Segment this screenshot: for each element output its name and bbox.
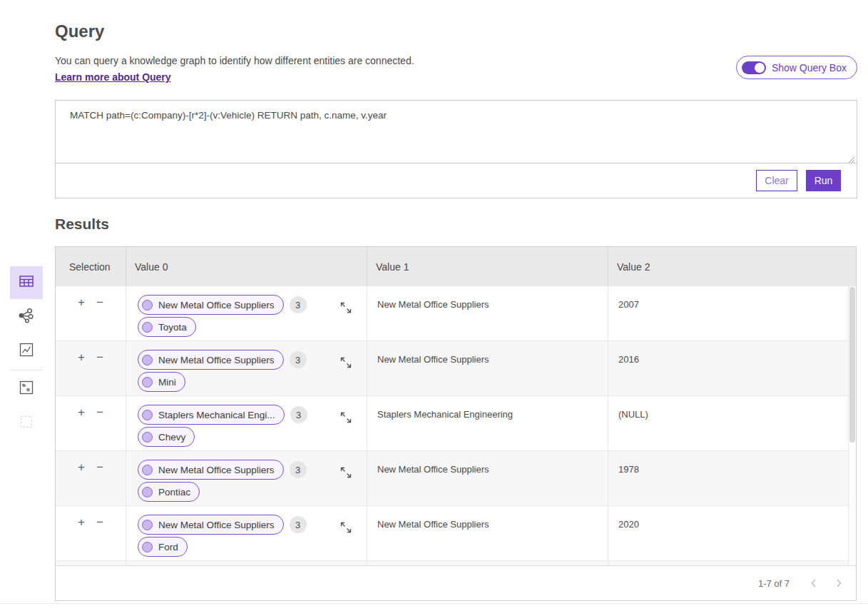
page-description: You can query a knowledge graph to ident… — [55, 55, 414, 66]
previous-page-button[interactable] — [808, 577, 820, 589]
page-bottom-divider — [0, 603, 868, 604]
value1-cell: New Metal Office Suppliers — [367, 451, 608, 505]
entity-pill[interactable]: New Metal Office Suppliers — [138, 350, 284, 370]
column-header-selection: Selection — [56, 247, 126, 286]
entity-dot-icon — [142, 487, 153, 498]
entity-dot-icon — [142, 542, 153, 552]
column-header-value1: Value 1 — [367, 247, 608, 286]
toggle-knob — [755, 63, 765, 73]
entity-pill-label: New Metal Office Suppliers — [158, 300, 275, 310]
entity-dot-icon — [142, 520, 153, 530]
scrollbar-thumb[interactable] — [849, 287, 855, 443]
sidebar-item-chart-view[interactable] — [10, 335, 43, 368]
value1-cell: New Metal Office Suppliers — [367, 341, 608, 395]
learn-more-link[interactable]: Learn more about Query — [55, 71, 171, 83]
link-chart-icon — [18, 307, 35, 327]
table-header: Selection Value 0 Value 1 Value 2 — [56, 247, 856, 286]
table-row: + − Staplers Mechanical Engi... 3 — [56, 396, 856, 451]
path-count-badge: 3 — [290, 351, 307, 368]
path-count-badge: 3 — [290, 461, 307, 478]
entity-dot-icon — [142, 355, 153, 365]
value1-cell: New Metal Office Suppliers — [367, 506, 608, 560]
entity-dot-icon — [142, 432, 153, 443]
entity-pill[interactable]: New Metal Office Suppliers — [138, 515, 284, 535]
value1-cell: Staplers Mechanical Engineering — [367, 396, 608, 450]
query-page: Query You can query a knowledge graph to… — [0, 0, 868, 611]
remove-from-selection-button[interactable]: − — [95, 350, 105, 365]
query-textarea[interactable]: MATCH path=(c:Company)-[r*2]-(v:Vehicle)… — [56, 101, 857, 163]
add-to-selection-button[interactable]: + — [76, 460, 86, 475]
entity-pill[interactable]: New Metal Office Suppliers — [138, 460, 284, 480]
table-view-icon — [19, 273, 34, 292]
chart-view-icon — [19, 342, 34, 360]
entity-pill[interactable]: Toyota — [138, 317, 196, 337]
results-table: Selection Value 0 Value 1 Value 2 + − Ne… — [55, 246, 857, 601]
entity-pill-label: New Metal Office Suppliers — [158, 355, 275, 365]
show-query-box-toggle[interactable]: Show Query Box — [736, 56, 857, 79]
expand-path-icon[interactable] — [339, 355, 353, 370]
table-row: + − New Metal Office Suppliers 3 — [56, 341, 856, 396]
value1-cell: New Metal Office Suppliers — [367, 286, 608, 340]
column-header-value2: Value 2 — [608, 247, 856, 286]
sidebar-item-table-view[interactable] — [10, 266, 43, 299]
entity-pill[interactable]: Ford — [138, 537, 188, 557]
value2-cell: 2016 — [608, 341, 856, 395]
remove-from-selection-button[interactable]: − — [95, 515, 105, 530]
entity-pill-label: Mini — [158, 377, 176, 388]
entity-dot-icon — [142, 410, 153, 420]
path-count-badge: 3 — [290, 516, 307, 533]
table-pagination: 1-7 of 7 — [56, 565, 856, 600]
entity-pill[interactable]: Chevy — [138, 427, 195, 447]
toggle-switch-icon — [742, 61, 766, 74]
results-title: Results — [55, 216, 109, 233]
add-to-selection-button[interactable]: + — [76, 405, 86, 420]
value2-cell: 2020 — [608, 506, 856, 560]
remove-from-selection-button[interactable]: − — [95, 460, 105, 475]
add-to-selection-button[interactable]: + — [76, 515, 86, 530]
query-panel: MATCH path=(c:Company)-[r*2]-(v:Vehicle)… — [55, 100, 857, 198]
chevron-left-icon — [808, 580, 820, 591]
path-count-badge: 3 — [290, 296, 307, 313]
remove-from-selection-button[interactable]: − — [95, 405, 105, 420]
expand-path-icon[interactable] — [339, 301, 353, 315]
expand-path-icon[interactable] — [339, 465, 353, 480]
resize-handle-icon[interactable] — [847, 153, 855, 161]
value2-cell: (NULL) — [608, 396, 856, 450]
add-to-selection-button[interactable]: + — [76, 296, 86, 310]
table-row: + − New Metal Office Suppliers 3 — [56, 506, 856, 561]
path-count-badge: 3 — [290, 406, 307, 423]
sidebar-divider — [10, 370, 43, 370]
entity-dot-icon — [142, 300, 153, 310]
table-row: + − New Metal Office Suppliers 3 — [56, 286, 856, 341]
expand-path-icon[interactable] — [339, 520, 353, 535]
entity-pill-label: Ford — [158, 542, 178, 552]
entity-pill-label: Chevy — [158, 432, 185, 443]
sidebar-item-link-chart-view[interactable] — [10, 301, 43, 333]
column-header-value0: Value 0 — [126, 247, 367, 286]
remove-from-selection-button[interactable]: − — [95, 296, 105, 310]
clear-button[interactable]: Clear — [756, 170, 797, 191]
expand-path-icon[interactable] — [339, 410, 353, 425]
entity-pill-label: Toyota — [158, 322, 187, 333]
entity-dot-icon — [142, 377, 153, 388]
entity-pill-label: Pontiac — [158, 487, 190, 498]
entity-dot-icon — [142, 322, 153, 333]
entity-pill-label: New Metal Office Suppliers — [158, 465, 275, 475]
add-to-selection-button[interactable]: + — [76, 350, 86, 365]
entity-pill[interactable]: New Metal Office Suppliers — [138, 295, 284, 315]
value2-cell: 2007 — [608, 286, 856, 340]
table-scrollbar[interactable] — [848, 286, 856, 565]
toggle-label: Show Query Box — [772, 62, 847, 74]
page-title: Query — [55, 21, 104, 41]
next-page-button[interactable] — [833, 577, 844, 589]
table-row: + − New Metal Office Suppliers 3 — [56, 451, 856, 506]
entity-dot-icon — [142, 465, 153, 475]
entity-pill[interactable]: Mini — [138, 372, 185, 392]
entity-pill[interactable]: Pontiac — [138, 482, 200, 502]
entity-pill-label: Staplers Mechanical Engi... — [158, 410, 275, 420]
entity-pill[interactable]: Staplers Mechanical Engi... — [138, 405, 285, 425]
sidebar-item-selection-tool — [10, 407, 43, 440]
run-button[interactable]: Run — [806, 170, 841, 191]
chevron-right-icon — [833, 580, 844, 591]
sidebar-item-map-view[interactable] — [10, 373, 43, 405]
